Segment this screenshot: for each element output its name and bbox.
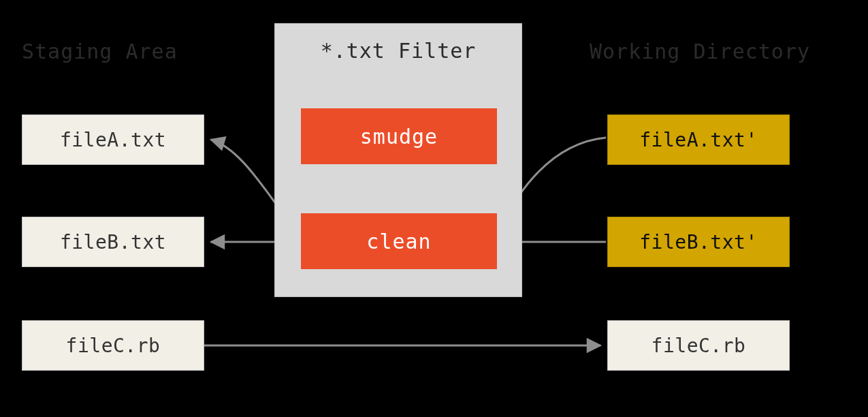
working-file-b-label: fileB.txt' <box>639 231 758 253</box>
staging-file-c: fileC.rb <box>22 320 204 371</box>
staging-file-b-label: fileB.txt <box>60 231 166 253</box>
heading-staging: Staging Area <box>22 40 178 63</box>
filter-clean-label: clean <box>366 230 431 253</box>
staging-file-a-label: fileA.txt <box>60 129 166 151</box>
staging-file-b: fileB.txt <box>22 217 204 267</box>
heading-working: Working Directory <box>590 40 810 63</box>
filter-panel: *.txt Filter smudge clean <box>274 23 522 297</box>
filter-smudge: smudge <box>301 108 497 164</box>
staging-file-c-label: fileC.rb <box>66 335 161 357</box>
working-file-c: fileC.rb <box>607 320 790 371</box>
working-file-c-label: fileC.rb <box>652 335 746 357</box>
working-file-b: fileB.txt' <box>607 217 790 267</box>
diagram-root: { "headings": { "staging": "Staging Area… <box>0 0 868 417</box>
filter-smudge-label: smudge <box>360 125 438 149</box>
filter-clean: clean <box>301 213 497 269</box>
staging-file-a: fileA.txt <box>22 114 204 165</box>
working-file-a-label: fileA.txt' <box>639 129 758 151</box>
heading-filter: *.txt Filter <box>275 39 521 63</box>
working-file-a: fileA.txt' <box>607 114 790 165</box>
